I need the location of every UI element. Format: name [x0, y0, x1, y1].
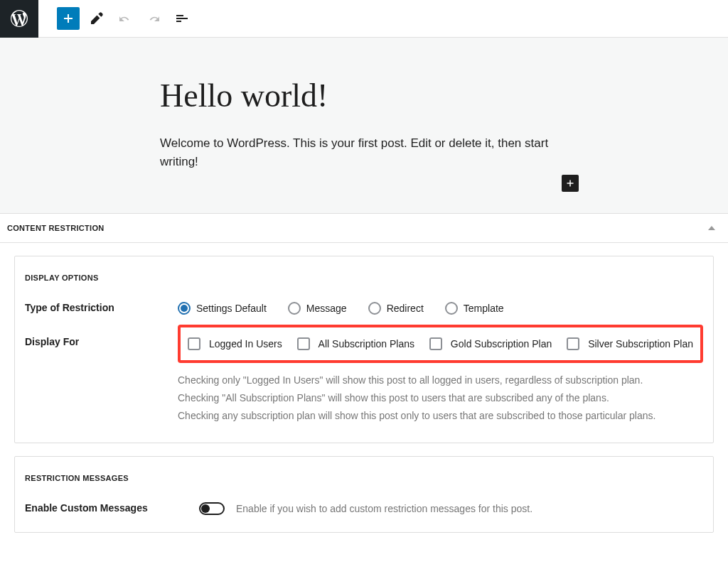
radio-settings-default[interactable]: Settings Default — [178, 302, 267, 315]
checkbox-logged-in-users[interactable]: Logged In Users — [188, 337, 282, 350]
block-inserter-button[interactable] — [562, 175, 579, 192]
content-restriction-header[interactable]: CONTENT RESTRICTION — [0, 213, 728, 243]
editor-canvas: Hello world! Welcome to WordPress. This … — [0, 38, 728, 213]
radio-icon — [368, 302, 381, 315]
editor-toolbar — [0, 0, 728, 38]
section-title: DISPLAY OPTIONS — [25, 273, 703, 282]
outline-button[interactable] — [171, 7, 193, 30]
type-options: Settings Default Message Redirect Templa… — [178, 302, 504, 315]
enable-hint: Enable if you wish to add custom restric… — [236, 503, 532, 514]
checkbox-all-plans[interactable]: All Subscription Plans — [297, 337, 414, 350]
radio-icon — [178, 302, 191, 315]
type-of-restriction-row: Type of Restriction Settings Default Mes… — [25, 302, 703, 315]
enable-custom-messages-toggle[interactable] — [199, 502, 225, 515]
enable-custom-messages-row: Enable Custom Messages Enable if you wis… — [25, 502, 703, 515]
section-title: RESTRICTION MESSAGES — [25, 474, 703, 482]
radio-template[interactable]: Template — [445, 302, 504, 315]
display-for-highlight: Logged In Users All Subscription Plans G… — [178, 325, 703, 363]
type-label: Type of Restriction — [25, 302, 178, 315]
display-for-label: Display For — [25, 325, 178, 347]
radio-message[interactable]: Message — [288, 302, 347, 315]
undo-button[interactable] — [114, 7, 136, 30]
checkbox-icon — [429, 337, 442, 350]
add-block-button[interactable] — [57, 7, 80, 30]
restriction-messages-panel: RESTRICTION MESSAGES Enable Custom Messa… — [14, 456, 714, 533]
redo-button[interactable] — [142, 7, 165, 30]
post-body[interactable]: Welcome to WordPress. This is your first… — [160, 134, 572, 170]
wordpress-logo[interactable] — [0, 0, 38, 38]
radio-icon — [445, 302, 458, 315]
checkbox-gold-plan[interactable]: Gold Subscription Plan — [429, 337, 552, 350]
collapse-icon — [708, 226, 715, 230]
radio-icon — [288, 302, 301, 315]
radio-redirect[interactable]: Redirect — [368, 302, 424, 315]
display-options-panel: DISPLAY OPTIONS Type of Restriction Sett… — [14, 256, 714, 443]
display-for-help: Checking only "Logged In Users" will sho… — [178, 372, 703, 426]
checkbox-icon — [188, 337, 200, 350]
panel-title: CONTENT RESTRICTION — [7, 224, 104, 232]
checkbox-icon — [567, 337, 579, 350]
display-for-row: Display For Logged In Users All Subscrip… — [25, 325, 703, 372]
checkbox-icon — [297, 337, 310, 350]
post-title[interactable]: Hello world! — [160, 77, 572, 114]
edit-mode-button[interactable] — [85, 7, 108, 30]
checkbox-silver-plan[interactable]: Silver Subscription Plan — [567, 337, 693, 350]
enable-label: Enable Custom Messages — [25, 502, 199, 515]
